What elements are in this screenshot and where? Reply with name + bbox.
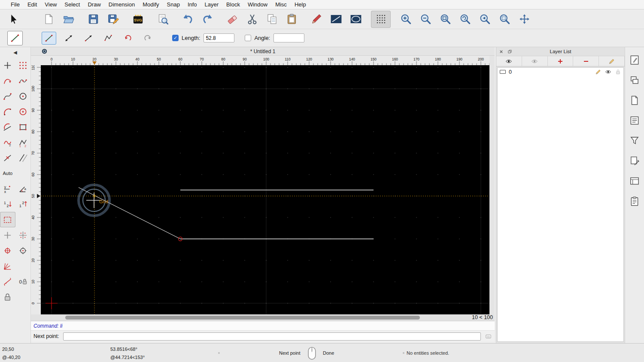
tool-spline-degree2[interactable]: 2: [0, 135, 15, 150]
snap-distance[interactable]: [0, 274, 15, 289]
dock-filter-button[interactable]: [628, 134, 641, 148]
dock-views-button[interactable]: [628, 174, 641, 188]
snap-grid[interactable]: [15, 227, 31, 243]
draft-mode-button[interactable]: [346, 11, 366, 28]
angle-input[interactable]: [273, 33, 304, 42]
menu-block[interactable]: Block: [222, 1, 244, 8]
layer-lock-icon[interactable]: [615, 69, 621, 75]
open-file-button[interactable]: [58, 11, 78, 28]
dock-pen-button[interactable]: [628, 53, 641, 67]
tool-arc-tangent[interactable]: [0, 119, 15, 135]
menu-window[interactable]: Window: [244, 1, 271, 8]
zoom-out-button[interactable]: [416, 11, 435, 28]
zoom-previous-button[interactable]: [475, 11, 495, 28]
dock-library-button[interactable]: [628, 114, 641, 127]
pen-edit-button[interactable]: [307, 11, 326, 28]
layer-row[interactable]: 0: [498, 68, 623, 76]
menu-help[interactable]: Help: [291, 1, 310, 8]
grid-toggle-button[interactable]: [371, 11, 391, 28]
zoom-redraw-button[interactable]: [455, 11, 475, 28]
redo-button[interactable]: [197, 11, 217, 28]
h-scrollbar-thumb[interactable]: [65, 316, 420, 320]
save-as-button[interactable]: [103, 11, 123, 28]
palette-collapse-button[interactable]: ◀: [0, 47, 30, 57]
close-icon[interactable]: [498, 48, 504, 54]
layer-edit-button[interactable]: [599, 56, 625, 66]
selection-window[interactable]: [0, 212, 15, 227]
order-up[interactable]: 12: [15, 196, 31, 212]
export-svg-button[interactable]: SVG: [128, 11, 148, 28]
float-window-icon[interactable]: [507, 48, 513, 54]
paste-button[interactable]: [282, 11, 301, 28]
copy-button[interactable]: [262, 11, 282, 28]
coords-cartesian[interactable]: yx: [0, 181, 15, 196]
zoom-auto-button[interactable]: [435, 11, 455, 28]
snap-center[interactable]: [15, 243, 31, 258]
dock-layers-button[interactable]: [628, 73, 641, 87]
layers-hide-all-button[interactable]: [522, 56, 548, 66]
print-preview-button[interactable]: [153, 11, 173, 28]
tool-line-angle[interactable]: [61, 32, 76, 45]
menu-dimension[interactable]: Dimension: [105, 1, 139, 8]
tool-line-parallel[interactable]: [15, 150, 31, 166]
drawing-canvas[interactable]: Grid: [41, 65, 489, 314]
dock-edit-button[interactable]: [628, 154, 641, 168]
menu-view[interactable]: View: [41, 1, 61, 8]
line-attributes-button[interactable]: [326, 11, 346, 28]
zoom-window-button[interactable]: [495, 11, 514, 28]
menu-file[interactable]: File: [7, 1, 24, 8]
tool-ray[interactable]: [81, 32, 96, 45]
menu-modify[interactable]: Modify: [139, 1, 163, 8]
zoom-pan-button[interactable]: [514, 11, 534, 28]
coords-polar[interactable]: a: [15, 181, 31, 196]
dock-blocks-button[interactable]: [628, 94, 641, 107]
save-button[interactable]: [83, 11, 103, 28]
length-input[interactable]: [204, 33, 234, 42]
document-icon[interactable]: [41, 48, 48, 54]
layer-add-button[interactable]: [548, 56, 574, 66]
tool-point-grid[interactable]: [15, 57, 31, 73]
select-cursor-button[interactable]: [3, 11, 23, 28]
command-input[interactable]: [63, 332, 481, 341]
relative-zero[interactable]: 0: [15, 274, 31, 289]
delete-eraser-button[interactable]: [222, 11, 242, 28]
menu-draw[interactable]: Draw: [84, 1, 104, 8]
lock-relative-zero[interactable]: [0, 289, 15, 305]
menu-info[interactable]: Info: [184, 1, 201, 8]
layer-remove-button[interactable]: [573, 56, 599, 66]
current-tool-indicator[interactable]: [7, 31, 23, 45]
command-dock-button[interactable]: [484, 333, 492, 340]
zoom-in-button[interactable]: [396, 11, 416, 28]
tool-circle-point[interactable]: [15, 88, 31, 104]
tool-polyline-segments[interactable]: 12: [15, 135, 31, 150]
menu-select[interactable]: Select: [61, 1, 84, 8]
cut-button[interactable]: [242, 11, 262, 28]
layers-show-all-button[interactable]: [496, 56, 522, 66]
menu-edit[interactable]: Edit: [24, 1, 41, 8]
segment-redo[interactable]: [140, 32, 155, 45]
snap-auto[interactable]: Auto: [0, 166, 15, 181]
snap-free[interactable]: [0, 227, 15, 243]
snap-angle[interactable]: [0, 258, 15, 274]
menu-layer[interactable]: Layer: [201, 1, 223, 8]
segment-undo[interactable]: [121, 32, 135, 45]
tool-line-intersect[interactable]: [0, 150, 15, 166]
tool-arc[interactable]: [0, 104, 15, 119]
tool-spline-points[interactable]: [15, 73, 31, 88]
tool-point[interactable]: [0, 57, 15, 73]
dock-clipboard-button[interactable]: [628, 194, 641, 208]
tool-circle-center[interactable]: [15, 104, 31, 119]
tool-polyline[interactable]: [101, 32, 115, 45]
order-down[interactable]: 12: [0, 196, 15, 212]
new-file-button[interactable]: [39, 11, 58, 28]
length-checkbox[interactable]: ✓: [172, 35, 179, 41]
tool-spline[interactable]: [0, 73, 15, 88]
tool-line[interactable]: [42, 32, 56, 45]
angle-checkbox[interactable]: [245, 35, 251, 41]
tool-rect-handles[interactable]: [15, 119, 31, 135]
menu-snap[interactable]: Snap: [163, 1, 184, 8]
tool-freehand[interactable]: [0, 88, 15, 104]
layer-edit-icon[interactable]: [595, 69, 601, 75]
menu-misc[interactable]: Misc: [271, 1, 291, 8]
snap-endpoint[interactable]: [0, 243, 15, 258]
